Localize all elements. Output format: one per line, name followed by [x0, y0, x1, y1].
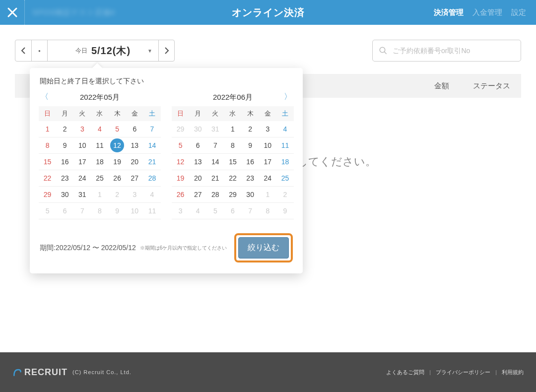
calendar-day[interactable]: 14 — [143, 137, 161, 154]
chevron-left-icon — [21, 47, 26, 54]
calendar-day[interactable]: 29 — [224, 187, 241, 203]
nav-settings[interactable]: 設定 — [511, 8, 526, 17]
prev-month-button[interactable]: 〈 — [41, 92, 49, 102]
calendar-day[interactable]: 1 — [224, 121, 241, 137]
footer-brand: RECRUIT — [24, 367, 67, 378]
calendar-day[interactable]: 2 — [242, 121, 259, 137]
calendar-day[interactable]: 11 — [91, 137, 108, 154]
chevron-right-icon — [164, 47, 169, 54]
calendar-day[interactable]: 6 — [126, 121, 143, 137]
calendar-day[interactable]: 10 — [259, 137, 276, 154]
dow-header: 木 — [109, 106, 126, 121]
calendar-day[interactable]: 13 — [189, 154, 206, 170]
topbar: SPOS検証テスト店舗4 オンライン決済 決済管理 入金管理 設定 — [0, 0, 536, 25]
calendar-day[interactable]: 24 — [259, 170, 276, 187]
calendar-day[interactable]: 8 — [224, 137, 241, 154]
calendar-day[interactable]: 9 — [56, 137, 73, 154]
calendar-day[interactable]: 17 — [259, 154, 276, 170]
col-status: ステータス — [462, 81, 521, 91]
calendar-day[interactable]: 31 — [73, 187, 91, 203]
calendar-day[interactable]: 25 — [91, 170, 108, 187]
today-button[interactable]: ● — [31, 40, 47, 61]
calendar-day[interactable]: 20 — [126, 154, 143, 170]
calendar-day[interactable]: 26 — [172, 187, 189, 203]
calendar-day[interactable]: 4 — [91, 121, 108, 137]
calendar-day[interactable]: 23 — [56, 170, 73, 187]
calendar-day: 5 — [206, 203, 224, 219]
calendar-day[interactable]: 12 — [109, 137, 126, 154]
calendar-day[interactable]: 15 — [224, 154, 241, 170]
calendar-day[interactable]: 23 — [242, 170, 259, 187]
calendar-day[interactable]: 6 — [189, 137, 206, 154]
footer-link-terms[interactable]: 利用規約 — [502, 369, 524, 376]
calendar-day[interactable]: 12 — [172, 154, 189, 170]
calendar-day[interactable]: 2 — [56, 121, 73, 137]
calendar-day[interactable]: 30 — [242, 187, 259, 203]
calendar-day[interactable]: 28 — [206, 187, 224, 203]
calendar-day[interactable]: 9 — [242, 137, 259, 154]
calendar-day[interactable]: 18 — [276, 154, 294, 170]
search-field-wrap[interactable] — [372, 40, 521, 62]
filter-button-highlight: 絞り込む — [234, 233, 293, 262]
calendar-day[interactable]: 27 — [126, 170, 143, 187]
filter-button[interactable]: 絞り込む — [238, 237, 289, 259]
date-picker-trigger[interactable]: 今日 5/12(木) ▼ — [47, 40, 158, 61]
calendar-day[interactable]: 27 — [189, 187, 206, 203]
calendar-day: 11 — [143, 203, 161, 219]
nav-deposits[interactable]: 入金管理 — [472, 8, 502, 17]
calendar-day[interactable]: 28 — [143, 170, 161, 187]
calendar-day[interactable]: 16 — [242, 154, 259, 170]
calendar-day[interactable]: 21 — [206, 170, 224, 187]
calendar-day[interactable]: 15 — [39, 154, 56, 170]
calendar-day[interactable]: 1 — [39, 121, 56, 137]
calendar-day: 7 — [73, 203, 91, 219]
footer-link-privacy[interactable]: プライバシーポリシー — [436, 369, 490, 376]
calendar-day[interactable]: 8 — [39, 137, 56, 154]
picker-instruction: 開始日と終了日を選択して下さい — [40, 77, 293, 86]
footer-link-faq[interactable]: よくあるご質問 — [386, 369, 424, 376]
next-month-button[interactable]: 〉 — [284, 92, 292, 102]
calendar-day[interactable]: 22 — [39, 170, 56, 187]
calendar-day[interactable]: 14 — [206, 154, 224, 170]
calendar-day: 5 — [39, 203, 56, 219]
calendar-day[interactable]: 7 — [206, 137, 224, 154]
calendar-day[interactable]: 30 — [56, 187, 73, 203]
dow-header: 日 — [172, 106, 189, 121]
prev-day-button[interactable] — [15, 40, 31, 61]
next-day-button[interactable] — [158, 40, 174, 61]
calendar-day[interactable]: 13 — [126, 137, 143, 154]
footer-logo: RECRUIT (C) Recruit Co., Ltd. — [12, 367, 132, 378]
month-right: 2022年06月 〉 日月火水木金土2930311234567891011121… — [172, 91, 294, 219]
calendar-day[interactable]: 5 — [109, 121, 126, 137]
calendar-day[interactable]: 3 — [259, 121, 276, 137]
calendar-day[interactable]: 10 — [73, 137, 91, 154]
calendar-day[interactable]: 29 — [39, 187, 56, 203]
calendar-day: 4 — [143, 187, 161, 203]
calendar-day[interactable]: 17 — [73, 154, 91, 170]
nav-payments[interactable]: 決済管理 — [434, 8, 464, 17]
calendar-day[interactable]: 21 — [143, 154, 161, 170]
calendar-day[interactable]: 4 — [276, 121, 294, 137]
store-name: SPOS検証テスト店舗4 — [32, 8, 115, 17]
calendar-day[interactable]: 5 — [172, 137, 189, 154]
calendar-day[interactable]: 19 — [109, 154, 126, 170]
calendar-day[interactable]: 24 — [73, 170, 91, 187]
calendar-day: 9 — [276, 203, 294, 219]
calendar-day[interactable]: 26 — [109, 170, 126, 187]
calendar-day[interactable]: 19 — [172, 170, 189, 187]
recruit-logo-icon — [12, 367, 22, 377]
calendar-day[interactable]: 7 — [143, 121, 161, 137]
calendar-day[interactable]: 20 — [189, 170, 206, 187]
period-note: ※期間は6ケ月以内で指定してください — [140, 245, 227, 252]
topnav: 決済管理 入金管理 設定 — [434, 8, 526, 17]
calendar-day[interactable]: 22 — [224, 170, 241, 187]
close-button[interactable] — [0, 0, 25, 25]
page-title: オンライン決済 — [232, 6, 305, 19]
calendar-day[interactable]: 11 — [276, 137, 294, 154]
calendar-day[interactable]: 18 — [91, 154, 108, 170]
calendar-day: 7 — [242, 203, 259, 219]
calendar-day[interactable]: 25 — [276, 170, 294, 187]
search-input[interactable] — [393, 47, 515, 55]
calendar-day[interactable]: 16 — [56, 154, 73, 170]
calendar-day[interactable]: 3 — [73, 121, 91, 137]
